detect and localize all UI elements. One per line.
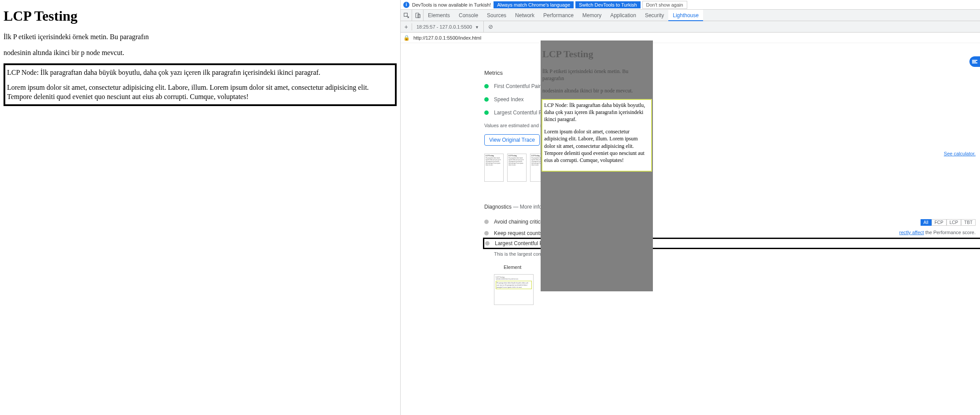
lighthouse-report: Metrics First Contentful Paint Speed Ind… — [401, 43, 980, 415]
tab-performance[interactable]: Performance — [539, 10, 578, 21]
popup-lcp-paragraph-2: Lorem ipsum dolor sit amet, consectetur … — [544, 128, 649, 164]
filmstrip-frame[interactable]: LCP Testingİlk paragraftan daha büyük bo… — [484, 154, 504, 182]
metric-label: First Contentful Paint — [494, 83, 543, 89]
element-preview-popup: LCP Testing İlk P etiketi içerisindeki ö… — [541, 40, 653, 291]
status-dot-grey-icon — [484, 231, 489, 235]
switch-devtools-turkish-button[interactable]: Switch DevTools to Turkish — [575, 1, 640, 8]
view-original-trace-button[interactable]: View Original Trace — [484, 134, 540, 146]
popup-paragraph-2: nodesinin altında ikinci bir p node mevc… — [542, 87, 651, 94]
popup-highlighted-element: LCP Node: İlk paragraftan daha büyük boy… — [542, 100, 651, 171]
filter-pill-tbt[interactable]: TBT — [961, 219, 976, 226]
tab-lighthouse[interactable]: Lighthouse — [668, 10, 703, 21]
report-url-row: 🔒 http://127.0.0.1:5500/index.html — [401, 33, 980, 43]
tab-network[interactable]: Network — [511, 10, 539, 21]
info-icon: i — [403, 2, 409, 8]
diagnostics-note-tail: rectly affect the Performance score. — [899, 230, 976, 235]
lcp-element-thumbnail[interactable]: LCP Testing nodesinin altında ikinci bir… — [494, 274, 534, 305]
svg-rect-1 — [416, 13, 419, 18]
popup-paragraph-1: İlk P etiketi içerisindeki örnek metin. … — [542, 68, 651, 82]
page-title: LCP Testing — [4, 8, 397, 24]
page-paragraph-2: nodesinin altında ikinci bir p node mevc… — [4, 48, 397, 58]
status-dot-green-icon — [484, 110, 489, 115]
metric-label: Speed Index — [494, 96, 523, 103]
device-toolbar-icon[interactable] — [412, 10, 424, 21]
see-calculator-link[interactable]: See calculator. — [944, 151, 976, 156]
lcp-paragraph-1: LCP Node: İlk paragraftan daha büyük boy… — [7, 68, 393, 77]
dont-show-again-button[interactable]: Don't show again — [642, 1, 687, 9]
devtools-infobar: i DevTools is now available in Turkish! … — [401, 0, 980, 10]
new-report-button[interactable]: + — [401, 23, 412, 30]
report-selector[interactable]: 18:25:57 - 127.0.0.1:5500 ▼ — [412, 21, 484, 33]
inspect-element-icon[interactable] — [401, 10, 412, 21]
devtools-tabstrip: Elements Console Sources Network Perform… — [401, 10, 980, 21]
lcp-paragraph-2: Lorem ipsum dolor sit amet, consectetur … — [7, 83, 393, 102]
tab-sources[interactable]: Sources — [483, 10, 511, 21]
devtools-panel: i DevTools is now available in Turkish! … — [401, 0, 980, 415]
lighthouse-toolbar: + 18:25:57 - 127.0.0.1:5500 ▼ ⊘ — [401, 21, 980, 33]
filter-pill-all[interactable]: All — [921, 219, 932, 226]
tab-memory[interactable]: Memory — [578, 10, 606, 21]
filter-pill-lcp[interactable]: LCP — [947, 219, 961, 226]
always-match-language-button[interactable]: Always match Chrome's language — [494, 1, 574, 8]
diagnostics-filter: All FCP LCP TBT — [921, 219, 976, 226]
tab-application[interactable]: Application — [606, 10, 641, 21]
tab-elements[interactable]: Elements — [424, 10, 454, 21]
insecure-lock-icon: 🔒 — [403, 35, 410, 41]
popup-title: LCP Testing — [542, 48, 651, 60]
tab-console[interactable]: Console — [454, 10, 483, 21]
clear-icon[interactable]: ⊘ — [488, 23, 493, 30]
lighthouse-settings-toggle[interactable] — [969, 56, 980, 67]
page-paragraph-1: İlk P etiketi içerisindeki örnek metin. … — [4, 32, 397, 42]
report-timestamp: 18:25:57 - 127.0.0.1:5500 — [416, 24, 472, 29]
infobar-text: DevTools is now available in Turkish! — [412, 2, 491, 7]
status-dot-grey-icon — [485, 241, 490, 246]
lcp-highlight-box: LCP Node: İlk paragraftan daha büyük boy… — [4, 63, 397, 106]
filmstrip-frame[interactable]: LCP Testingİlk paragraftan daha büyük bo… — [507, 154, 527, 182]
report-url: http://127.0.0.1:5500/index.html — [413, 35, 481, 40]
rendered-page: LCP Testing İlk P etiketi içerisindeki ö… — [0, 0, 401, 415]
tab-security[interactable]: Security — [641, 10, 668, 21]
status-dot-green-icon — [484, 97, 489, 102]
popup-lcp-paragraph-1: LCP Node: İlk paragraftan daha büyük boy… — [544, 102, 649, 123]
filter-pill-fcp[interactable]: FCP — [932, 219, 947, 226]
status-dot-grey-icon — [484, 220, 489, 224]
status-dot-green-icon — [484, 84, 489, 88]
chevron-down-icon: ▼ — [475, 25, 479, 29]
